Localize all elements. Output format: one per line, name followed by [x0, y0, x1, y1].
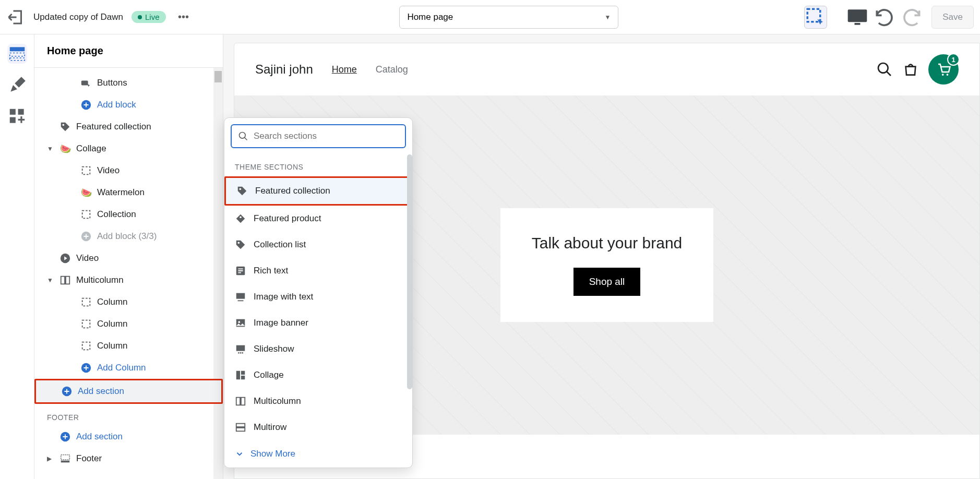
save-button[interactable]: Save: [931, 6, 974, 29]
desktop-icon: [846, 6, 869, 29]
chevron-down-icon: ▼: [605, 14, 611, 21]
popup-scrollbar[interactable]: [407, 154, 412, 389]
hero-title: Talk about your brand: [532, 234, 683, 252]
show-more-label: Show More: [250, 449, 295, 459]
tree-video-section[interactable]: Video: [34, 247, 223, 269]
frame-icon: [80, 209, 92, 220]
tree-label: Column: [97, 341, 128, 351]
nav-catalog[interactable]: Catalog: [376, 64, 408, 75]
search-box[interactable]: [231, 124, 406, 148]
page-select[interactable]: Home page ▼: [399, 6, 618, 29]
tag-icon: [235, 239, 246, 250]
inspector-button[interactable]: [804, 6, 827, 29]
tree-video-block[interactable]: Video: [34, 160, 223, 182]
tree-add-column[interactable]: Add Column: [34, 357, 223, 379]
tree-label: Add Column: [97, 363, 146, 373]
tag-icon: [59, 121, 71, 133]
bag-button[interactable]: [902, 61, 919, 78]
tree-add-block[interactable]: Add block: [34, 94, 223, 116]
popup-featured-product[interactable]: Featured product: [224, 206, 412, 232]
tree-label: Column: [97, 297, 128, 307]
popup-collage[interactable]: Collage: [224, 362, 412, 388]
tree-label: Featured collection: [76, 122, 151, 132]
tree-label: Column: [97, 319, 128, 329]
popup-label: Slideshow: [254, 344, 294, 354]
svg-rect-8: [9, 117, 15, 123]
columns-icon: [59, 274, 71, 286]
more-button[interactable]: •••: [174, 8, 193, 27]
rail-apps-button[interactable]: [7, 106, 27, 126]
search-input[interactable]: [254, 131, 399, 141]
tree-footer-add-section[interactable]: Add section: [34, 426, 223, 448]
rail-theme-button[interactable]: [7, 75, 27, 95]
svg-rect-42: [241, 371, 245, 375]
nav-home[interactable]: Home: [332, 64, 357, 75]
tree-label: Add block (3/3): [97, 231, 157, 242]
frame-icon: [80, 340, 92, 352]
tree-footer[interactable]: ▶ Footer: [34, 448, 223, 470]
popup-label: Image banner: [254, 318, 308, 328]
popup-image-with-text[interactable]: Image with text: [224, 284, 412, 310]
top-bar: Updated copy of Dawn Live ••• Home page …: [0, 0, 980, 34]
svg-point-36: [238, 321, 240, 323]
tree-collection-block[interactable]: Collection: [34, 203, 223, 225]
cart-button[interactable]: 1: [928, 54, 959, 85]
hero-button[interactable]: Shop all: [573, 268, 641, 296]
tree-label: Footer: [76, 453, 102, 464]
popup-collection-list[interactable]: Collection list: [224, 232, 412, 258]
tree-watermelon[interactable]: 🍉 Watermelon: [34, 182, 223, 203]
svg-point-28: [947, 74, 949, 76]
svg-rect-5: [9, 58, 25, 61]
svg-rect-46: [236, 424, 245, 427]
svg-point-29: [240, 133, 246, 139]
tree-label: Add section: [76, 432, 123, 442]
section-tree: Buttons Add block Featured collection ▼ …: [34, 68, 223, 479]
redo-button[interactable]: [900, 6, 923, 29]
tree-label: Add block: [97, 100, 136, 110]
plus-circle-icon: [61, 386, 73, 397]
desktop-view-button[interactable]: [846, 6, 869, 29]
svg-rect-6: [9, 109, 15, 115]
tree-column-3[interactable]: Column: [34, 335, 223, 357]
svg-rect-45: [241, 398, 245, 405]
image-icon: [235, 317, 246, 329]
search-button[interactable]: [876, 61, 893, 78]
tree-label: Collage: [76, 143, 106, 154]
popup-label: Collection list: [254, 239, 306, 250]
popup-multirow[interactable]: Multirow: [224, 414, 412, 440]
rail-sections-button[interactable]: [7, 44, 27, 64]
undo-button[interactable]: [873, 6, 896, 29]
tree-multicolumn[interactable]: ▼ Multicolumn: [34, 269, 223, 291]
exit-button[interactable]: [6, 8, 25, 27]
tree-collage[interactable]: ▼ 🍉 Collage: [34, 138, 223, 160]
popup-multicolumn[interactable]: Multicolumn: [224, 388, 412, 414]
store-name: Sajini john: [255, 62, 313, 77]
show-more-button[interactable]: Show More: [224, 440, 412, 468]
price-tag-icon: [235, 213, 246, 224]
tree-add-section[interactable]: Add section: [34, 379, 223, 404]
tree-label: Video: [97, 165, 119, 176]
svg-rect-9: [81, 80, 88, 85]
popup-featured-collection[interactable]: Featured collection: [224, 176, 412, 206]
popup-label: Image with text: [254, 292, 313, 302]
popup-image-banner[interactable]: Image banner: [224, 310, 412, 336]
apps-icon: [7, 106, 27, 126]
hero-card: Talk about your brand Shop all: [500, 208, 714, 322]
chevron-down-icon[interactable]: ▼: [47, 145, 53, 152]
tree-column-1[interactable]: Column: [34, 291, 223, 313]
exit-icon: [6, 8, 25, 27]
tree-featured-collection[interactable]: Featured collection: [34, 116, 223, 138]
tree-buttons[interactable]: Buttons: [34, 72, 223, 94]
paintbrush-icon: [7, 75, 27, 95]
frame-icon: [80, 165, 92, 176]
popup-rich-text[interactable]: Rich text: [224, 258, 412, 284]
popup-slideshow[interactable]: Slideshow: [224, 336, 412, 362]
plus-circle-icon: [59, 431, 71, 442]
tree-column-2[interactable]: Column: [34, 313, 223, 335]
right-tools: Save: [804, 6, 974, 29]
svg-rect-37: [236, 345, 245, 351]
tree-label: Multicolumn: [76, 275, 124, 285]
cart-badge: 1: [947, 53, 960, 66]
chevron-down-icon[interactable]: ▼: [47, 277, 53, 284]
chevron-right-icon[interactable]: ▶: [47, 455, 52, 462]
